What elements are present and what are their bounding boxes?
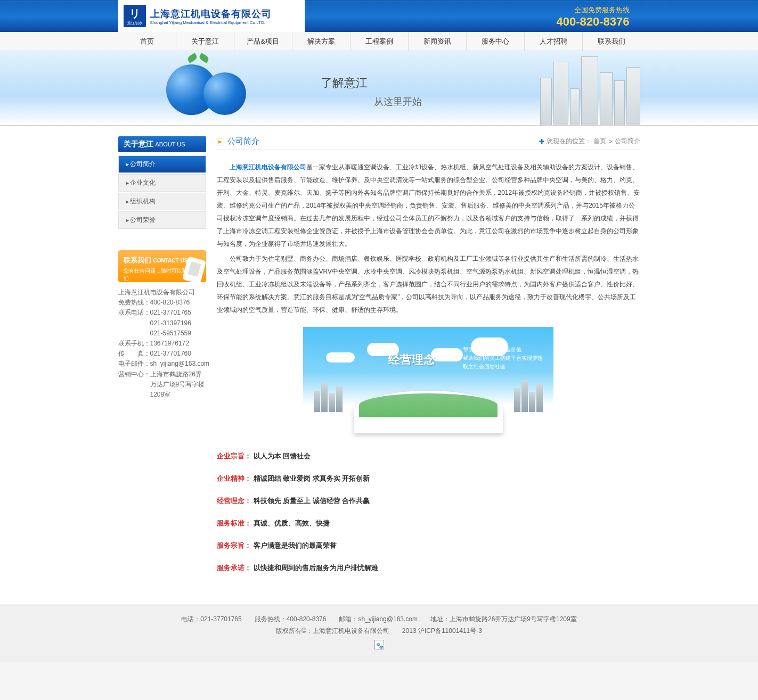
breadcrumb-current: 公司简介 [615, 137, 640, 146]
page-title: ▶ 公司简介 [217, 136, 259, 146]
arrow-icon: ▶ [217, 138, 224, 145]
sprout-icon [190, 55, 206, 68]
company-name-highlight: 上海意江机电设备有限公司 [230, 163, 306, 171]
logo[interactable]: リ 意江制冷 上海意江机电设备有限公司 Shanghai Yijiang Mec… [118, 0, 305, 32]
sidebar-item-honor[interactable]: 公司荣誉 [118, 211, 206, 229]
philosophy-image: 经营理念 帮助我们的用户创造价值 帮助我们的员工搭建平台实现梦想 取之社会回馈社… [303, 327, 553, 439]
footer-copyright: 版权所有©：上海意江机电设备有限公司 2013 沪ICP备11001411号-3 [0, 625, 758, 637]
banner: 了解意江 从这里开始 [0, 51, 758, 126]
company-values: 企业宗旨：以人为本 回馈社会 企业精神：精诚团结 敬业爱岗 求真务实 开拓创新 … [217, 449, 640, 575]
nav-about[interactable]: 关于意江 [176, 32, 234, 51]
footer-badge-icon[interactable] [374, 640, 384, 649]
footer-contact: 电话：021-37701765 服务热线：400-820-8376 邮箱：sh_… [0, 614, 758, 625]
banner-line1: 了解意江 [321, 75, 422, 91]
main-nav: 首页 关于意江 产品&项目 解决方案 工程案例 新闻资讯 服务中心 人才招聘 联… [0, 32, 758, 51]
plus-icon: ✚ [539, 138, 544, 145]
hotline-label: 全国免费服务热线 [556, 5, 629, 15]
logo-title-cn: 上海意江机电设备有限公司 [150, 7, 272, 20]
contact-company: 上海意江机电设备有限公司 [118, 287, 206, 298]
banner-line2: 从这里开始 [374, 95, 422, 108]
footer: 电话：021-37701765 服务热线：400-820-8376 邮箱：sh_… [0, 605, 758, 662]
buildings-right-icon [514, 380, 543, 412]
nav-cases[interactable]: 工程案例 [351, 32, 409, 51]
sidebar: 关于意江ABOUT US 公司简介 企业文化 组织机构 公司荣誉 联系我们CON… [118, 136, 206, 583]
buildings-left-icon [314, 383, 343, 412]
sidebar-item-org[interactable]: 组织机构 [118, 193, 206, 210]
contact-info: 上海意江机电设备有限公司 免费热线：400-820-8376 联系电话：021-… [118, 287, 206, 400]
nav-products[interactable]: 产品&项目 [234, 32, 292, 51]
header: リ 意江制冷 上海意江机电设备有限公司 Shanghai Yijiang Mec… [0, 2, 758, 32]
nav-service[interactable]: 服务中心 [467, 32, 525, 51]
article-body: 上海意江机电设备有限公司是一家专业从事暖通空调设备、工业冷却设备、热水机组、新风… [217, 161, 640, 575]
contact-us-box[interactable]: 联系我们CONTACT US 您有任何问题，随时可以联系我们 [118, 250, 206, 282]
nav-news[interactable]: 新闻资讯 [409, 32, 467, 51]
sidebar-title: 关于意江ABOUT US [118, 136, 206, 152]
main-content: ▶ 公司简介 ✚ 您现在的位置： 首页 > 公司简介 上海意江机电设备有限公司是… [217, 136, 640, 583]
city-skyline-icon [540, 51, 640, 126]
nav-jobs[interactable]: 人才招聘 [525, 32, 583, 51]
hotline: 全国免费服务热线 400-820-8376 [556, 5, 629, 29]
hotline-number: 400-820-8376 [556, 15, 629, 29]
book-icon [354, 391, 503, 433]
sidebar-item-profile[interactable]: 公司简介 [118, 155, 206, 173]
logo-icon: リ 意江制冷 [124, 5, 146, 27]
philosophy-title: 经营理念 [388, 348, 435, 372]
breadcrumb: ✚ 您现在的位置： 首页 > 公司简介 [539, 137, 640, 146]
nav-home[interactable]: 首页 [118, 32, 176, 51]
philosophy-text: 帮助我们的用户创造价值 帮助我们的员工搭建平台实现梦想 取之社会回馈社会 [463, 345, 543, 371]
sidebar-item-culture[interactable]: 企业文化 [118, 174, 206, 192]
breadcrumb-home[interactable]: 首页 [593, 137, 606, 146]
nav-solutions[interactable]: 解决方案 [292, 32, 351, 51]
globe-icon [166, 64, 246, 115]
logo-title-en: Shanghai Yijiang Mechanical & Electrical… [150, 20, 272, 25]
nav-contact[interactable]: 联系我们 [583, 32, 640, 51]
